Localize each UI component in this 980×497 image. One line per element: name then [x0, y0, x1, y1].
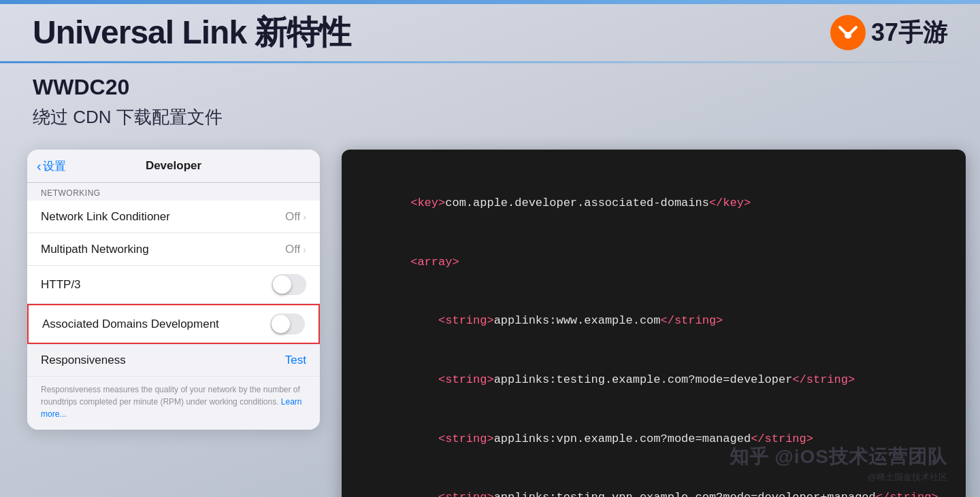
- watermark-main: 知乎 @iOS技术运营团队: [730, 444, 947, 470]
- logo-area: 37手游: [830, 15, 947, 50]
- top-accent-line: [0, 0, 980, 4]
- network-link-label: Network Link Conditioner: [41, 210, 170, 224]
- http3-toggle-knob: [273, 275, 291, 294]
- content-area: ‹ 设置 Developer NETWORKING Network Link C…: [27, 150, 953, 470]
- back-chevron-icon: ‹: [37, 159, 42, 173]
- responsiveness-test-link[interactable]: Test: [285, 354, 306, 367]
- http3-toggle[interactable]: [272, 274, 306, 295]
- page-title: Universal Link 新特性: [33, 11, 350, 54]
- code-key-content: com.apple.developer.associated-domains: [445, 196, 709, 209]
- ios-section-networking: NETWORKING: [27, 183, 320, 201]
- code-tag-string1-open: <string>: [438, 314, 494, 327]
- divider-line: [0, 61, 980, 63]
- associated-domains-label: Associated Domains Development: [42, 318, 219, 331]
- svg-point-1: [845, 32, 851, 39]
- back-label: 设置: [43, 158, 66, 174]
- ios-panel-title: Developer: [146, 159, 201, 173]
- ios-row-responsiveness[interactable]: Responsiveness Test: [27, 344, 320, 377]
- code-tag-key-open: <key>: [410, 196, 445, 209]
- multipath-value: Off ›: [285, 243, 306, 256]
- code-string4-content: applinks:testing.vpn.example.com?mode=de…: [494, 491, 876, 497]
- code-string2-content: applinks:testing.example.com?mode=develo…: [494, 373, 793, 386]
- cdn-label: 绕过 CDN 下载配置文件: [33, 105, 223, 129]
- subtitle-section: WWDC20 绕过 CDN 下载配置文件: [33, 75, 223, 129]
- ios-settings-list: Network Link Conditioner Off › Multipath…: [27, 201, 320, 344]
- associated-domains-toggle-knob: [272, 315, 290, 333]
- ios-row-associated-domains[interactable]: Associated Domains Development: [27, 304, 320, 344]
- multipath-chevron: ›: [303, 244, 306, 255]
- code-tag-array-open: <array>: [410, 256, 459, 269]
- ios-footer-text: Responsiveness measures the quality of y…: [41, 385, 300, 407]
- network-link-chevron: ›: [303, 211, 306, 222]
- multipath-label: Multipath Networking: [41, 243, 149, 256]
- http3-label: HTTP/3: [41, 278, 81, 292]
- ios-settings-panel: ‹ 设置 Developer NETWORKING Network Link C…: [27, 150, 320, 430]
- code-string3-content: applinks:vpn.example.com?mode=managed: [494, 432, 751, 445]
- responsiveness-label: Responsiveness: [41, 354, 126, 367]
- ios-row-network-link[interactable]: Network Link Conditioner Off ›: [27, 201, 320, 233]
- code-tag-string4-close: </string>: [876, 491, 938, 497]
- associated-domains-toggle[interactable]: [270, 313, 305, 335]
- code-tag-string2-close: </string>: [792, 373, 855, 386]
- code-tag-string2-open: <string>: [438, 373, 494, 386]
- ios-nav-header: ‹ 设置 Developer: [27, 150, 320, 183]
- watermark-sub: @稀土掘金技术社区: [730, 471, 947, 483]
- code-tag-string4-open: <string>: [438, 491, 494, 497]
- ios-back-button[interactable]: ‹ 设置: [37, 158, 66, 174]
- wwdc-label: WWDC20: [33, 75, 223, 100]
- watermark: 知乎 @iOS技术运营团队 @稀土掘金技术社区: [730, 444, 947, 483]
- network-link-value-text: Off: [285, 210, 300, 224]
- code-string1-content: applinks:www.example.com: [494, 314, 661, 327]
- ios-row-multipath[interactable]: Multipath Networking Off ›: [27, 233, 320, 266]
- logo-icon: [830, 15, 866, 50]
- network-link-value: Off ›: [285, 210, 306, 224]
- header: Universal Link 新特性 37手游: [0, 11, 980, 54]
- multipath-value-text: Off: [285, 243, 300, 256]
- code-line-1: <key>com.apple.developer.associated-doma…: [369, 174, 938, 233]
- code-tag-string3-open: <string>: [438, 432, 494, 445]
- ios-footer: Responsiveness measures the quality of y…: [27, 377, 320, 430]
- code-tag-key-close: </key>: [709, 196, 751, 209]
- code-tag-string3-close: </string>: [751, 432, 813, 445]
- code-tag-string1-close: </string>: [661, 314, 723, 327]
- code-line-3: <string>applinks:www.example.com</string…: [369, 292, 938, 351]
- ios-row-http3[interactable]: HTTP/3: [27, 266, 320, 304]
- code-line-4: <string>applinks:testing.example.com?mod…: [369, 351, 938, 410]
- logo-text: 37手游: [871, 16, 947, 50]
- code-line-2: <array>: [369, 233, 938, 292]
